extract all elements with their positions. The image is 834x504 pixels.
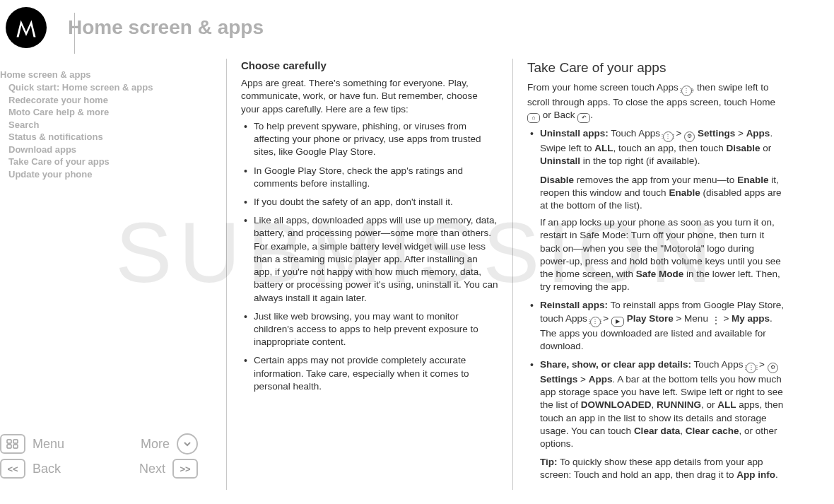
list-item: Certain apps may not provide completely … xyxy=(244,354,498,393)
list-item: Share, show, or clear app details: Touch… xyxy=(530,358,785,482)
apps-icon: ⋮⋮⋮ xyxy=(746,363,756,373)
apps-icon: ⋮⋮⋮ xyxy=(681,86,692,96)
menu-icon[interactable] xyxy=(0,434,25,454)
brand-logo xyxy=(6,7,47,48)
paragraph: Tip: To quickly show these app details f… xyxy=(540,456,785,481)
menu-label[interactable]: Menu xyxy=(33,437,64,452)
overflow-menu-icon: ⋮ xyxy=(711,315,721,325)
list-item: If you doubt the safety of an app, don't… xyxy=(244,196,498,209)
list-item: In Google Play Store, check the app's ra… xyxy=(244,165,498,190)
svg-rect-0 xyxy=(7,440,11,443)
list-item: Uninstall apps: Touch Apps ⋮⋮⋮ > ⚙ Setti… xyxy=(530,127,785,293)
toc-item[interactable]: Status & notifications xyxy=(0,131,219,143)
paragraph: Apps are great. There's something for ev… xyxy=(241,77,498,116)
apps-icon: ⋮⋮⋮ xyxy=(590,317,601,327)
next-icon[interactable]: >> xyxy=(172,459,198,479)
toc-item[interactable]: Download apps xyxy=(0,143,219,156)
header-divider xyxy=(74,13,75,54)
svg-rect-1 xyxy=(13,440,18,443)
toc-item[interactable]: Update your phone xyxy=(0,168,219,181)
paragraph: Disable removes the app from your menu—t… xyxy=(540,174,785,213)
back-icon[interactable]: << xyxy=(0,459,25,479)
svg-rect-3 xyxy=(13,445,18,448)
section-heading: Take Care of your apps xyxy=(527,59,785,77)
page-title: Home screen & apps xyxy=(68,16,264,39)
section-heading: Choose carefully xyxy=(241,59,498,73)
back-label[interactable]: Back xyxy=(33,462,61,476)
list-item: Just like web browsing, you may want to … xyxy=(244,310,498,349)
paragraph: From your home screen touch Apps ⋮⋮⋮, th… xyxy=(527,81,785,124)
back-icon: ↶ xyxy=(577,113,590,123)
more-label[interactable]: More xyxy=(141,437,170,452)
more-icon[interactable] xyxy=(177,433,198,455)
home-icon: ⌂ xyxy=(527,113,540,123)
paragraph: If an app locks up your phone as soon as… xyxy=(540,216,785,293)
gear-icon: ⚙ xyxy=(684,131,695,142)
column-right: Take Care of your apps From your home sc… xyxy=(512,59,799,490)
gear-icon: ⚙ xyxy=(768,363,778,373)
toc-item[interactable]: Quick start: Home screen & apps xyxy=(0,81,219,94)
toc-heading[interactable]: Home screen & apps xyxy=(0,69,219,80)
list-item: Like all apps, downloaded apps will use … xyxy=(244,214,498,305)
toc: Home screen & apps Quick start: Home scr… xyxy=(0,69,219,180)
next-label[interactable]: Next xyxy=(139,462,165,476)
apps-icon: ⋮⋮⋮ xyxy=(663,131,674,142)
list-item: To help prevent spyware, phishing, or vi… xyxy=(244,120,498,159)
column-left: Choose carefully Apps are great. There's… xyxy=(226,59,512,490)
toc-item[interactable]: Redecorate your home xyxy=(0,94,219,107)
svg-rect-2 xyxy=(7,445,11,448)
list-item: Reinstall apps: To reinstall apps from G… xyxy=(530,299,785,353)
toc-item[interactable]: Search xyxy=(0,119,219,131)
toc-item[interactable]: Moto Care help & more xyxy=(0,106,219,119)
nav-controls: Menu More << Back Next >> xyxy=(0,433,219,490)
play-store-icon: ▶ xyxy=(611,317,624,327)
toc-item[interactable]: Take Care of your apps xyxy=(0,156,219,168)
